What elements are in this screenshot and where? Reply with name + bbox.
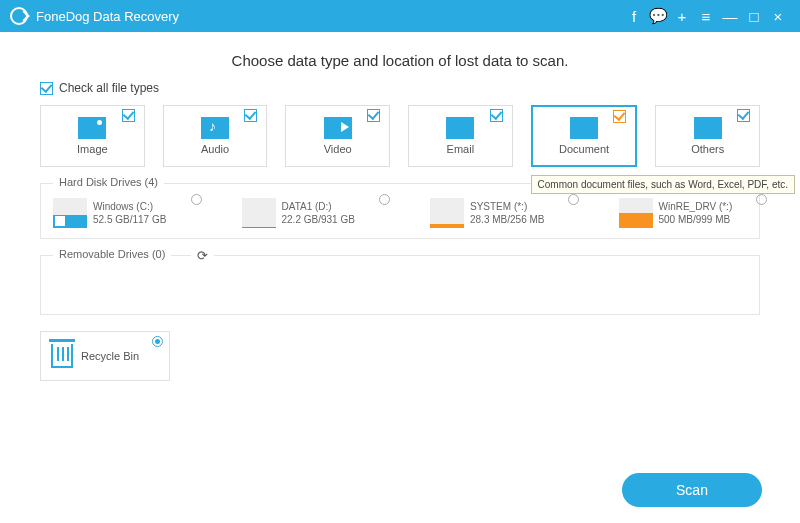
- feedback-icon[interactable]: 💬: [646, 7, 670, 25]
- type-checkbox-audio[interactable]: [244, 109, 257, 122]
- type-card-audio[interactable]: Audio: [163, 105, 268, 167]
- drive-radio[interactable]: [568, 194, 579, 205]
- titlebar: FoneDog Data Recovery f 💬 + ≡ — □ ×: [0, 0, 800, 32]
- type-label: Others: [691, 143, 724, 155]
- drive-radio[interactable]: [379, 194, 390, 205]
- drive-item[interactable]: DATA1 (D:)22.2 GB/931 GB: [242, 198, 371, 228]
- type-card-image[interactable]: Image: [40, 105, 145, 167]
- scan-button[interactable]: Scan: [622, 473, 762, 507]
- audio-icon: [201, 117, 229, 139]
- type-label: Video: [324, 143, 352, 155]
- check-all-checkbox[interactable]: [40, 82, 53, 95]
- drive-usage-icon: [619, 198, 653, 228]
- drive-item[interactable]: Windows (C:)52.5 GB/117 GB: [53, 198, 182, 228]
- maximize-icon[interactable]: □: [742, 8, 766, 25]
- video-icon: [324, 117, 352, 139]
- page-heading: Choose data type and location of lost da…: [0, 52, 800, 69]
- email-icon: [446, 117, 474, 139]
- menu-icon[interactable]: ≡: [694, 8, 718, 25]
- document-icon: [570, 117, 598, 139]
- hard-disk-title: Hard Disk Drives (4): [53, 176, 164, 188]
- type-card-others[interactable]: Others: [655, 105, 760, 167]
- check-all-label: Check all file types: [59, 81, 159, 95]
- drive-info: DATA1 (D:)22.2 GB/931 GB: [282, 200, 355, 226]
- type-label: Document: [559, 143, 609, 155]
- type-label: Email: [447, 143, 475, 155]
- drive-list: Windows (C:)52.5 GB/117 GBDATA1 (D:)22.2…: [53, 198, 747, 228]
- drive-radio[interactable]: [756, 194, 767, 205]
- drive-info: Windows (C:)52.5 GB/117 GB: [93, 200, 166, 226]
- image-icon: [78, 117, 106, 139]
- drive-info: WinRE_DRV (*:)500 MB/999 MB: [659, 200, 733, 226]
- file-type-row: ImageAudioVideoEmailDocumentOthers: [40, 105, 760, 167]
- type-checkbox-image[interactable]: [122, 109, 135, 122]
- trash-icon: [51, 344, 73, 368]
- plus-icon[interactable]: +: [670, 8, 694, 25]
- recycle-radio[interactable]: [152, 336, 163, 347]
- drive-item[interactable]: SYSTEM (*:)28.3 MB/256 MB: [430, 198, 559, 228]
- refresh-icon[interactable]: ⟳: [191, 248, 214, 263]
- removable-section: Removable Drives (0) ⟳: [40, 255, 760, 315]
- type-card-document[interactable]: Document: [531, 105, 638, 167]
- app-title: FoneDog Data Recovery: [36, 9, 179, 24]
- type-checkbox-email[interactable]: [490, 109, 503, 122]
- removable-title: Removable Drives (0): [53, 248, 171, 260]
- document-tooltip: Common document files, such as Word, Exc…: [531, 175, 795, 194]
- minimize-icon[interactable]: —: [718, 8, 742, 25]
- recycle-label: Recycle Bin: [81, 350, 139, 362]
- drive-info: SYSTEM (*:)28.3 MB/256 MB: [470, 200, 544, 226]
- drive-item[interactable]: WinRE_DRV (*:)500 MB/999 MB: [619, 198, 748, 228]
- type-label: Audio: [201, 143, 229, 155]
- type-checkbox-video[interactable]: [367, 109, 380, 122]
- close-icon[interactable]: ×: [766, 8, 790, 25]
- type-checkbox-document[interactable]: [613, 110, 626, 123]
- drive-usage-icon: [430, 198, 464, 228]
- others-icon: [694, 117, 722, 139]
- app-logo-icon: [10, 7, 28, 25]
- type-card-video[interactable]: Video: [285, 105, 390, 167]
- check-all-row[interactable]: Check all file types: [40, 81, 760, 95]
- facebook-icon[interactable]: f: [622, 8, 646, 25]
- type-label: Image: [77, 143, 108, 155]
- drive-usage-icon: [53, 198, 87, 228]
- recycle-bin-card[interactable]: Recycle Bin: [40, 331, 170, 381]
- drive-usage-icon: [242, 198, 276, 228]
- drive-radio[interactable]: [191, 194, 202, 205]
- type-checkbox-others[interactable]: [737, 109, 750, 122]
- type-card-email[interactable]: Email: [408, 105, 513, 167]
